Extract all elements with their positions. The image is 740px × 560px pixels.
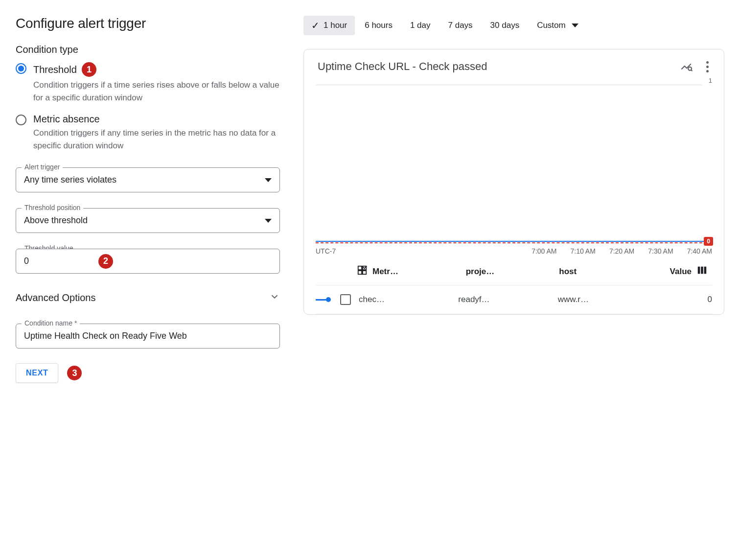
threshold-value-field[interactable]: Threshold value 2 (16, 249, 280, 274)
x-tick: 7:10 AM (571, 247, 596, 255)
svg-line-1 (691, 70, 692, 71)
threshold-position-legend: Threshold position (22, 204, 83, 211)
more-vert-icon[interactable] (702, 61, 712, 72)
chart-card: Uptime Check URL - Check passed 1 0 U (303, 49, 724, 315)
time-range-1hour[interactable]: ✓1 hour (303, 16, 355, 35)
y-axis-tick-top: 1 (709, 77, 712, 84)
time-range-1day[interactable]: 1 day (402, 16, 439, 35)
group-by-icon[interactable] (357, 265, 368, 278)
radio-threshold-label: Threshold (33, 64, 77, 75)
advanced-options-toggle[interactable]: Advanced Options (16, 291, 280, 304)
legend-data-row[interactable]: chec… readyf… www.r… 0 (316, 285, 712, 314)
time-range-bar: ✓1 hour 6 hours 1 day 7 days 30 days Cus… (303, 16, 724, 35)
timezone-label: UTC-7 (316, 247, 336, 255)
page-title: Configure alert trigger (16, 16, 280, 31)
threshold-value-input[interactable] (24, 256, 272, 266)
threshold-position-field[interactable]: Threshold position Above threshold (16, 208, 280, 233)
time-range-custom[interactable]: Custom (529, 16, 586, 35)
legend-col-host[interactable]: host (559, 267, 652, 277)
gridline-top (316, 85, 702, 85)
radio-metric-absence[interactable]: Metric absence Condition triggers if any… (16, 114, 280, 152)
metrics-explorer-icon[interactable] (680, 60, 693, 73)
threshold-dashed-line (316, 242, 712, 243)
legend-col-project[interactable]: proje… (466, 267, 559, 277)
columns-icon[interactable] (696, 265, 707, 278)
caret-down-icon (265, 178, 272, 182)
x-tick: 7:00 AM (532, 247, 556, 255)
next-button[interactable]: NEXT (16, 363, 58, 383)
radio-threshold[interactable]: Threshold 1 Condition triggers if a time… (16, 62, 280, 104)
caret-down-icon (572, 23, 578, 27)
x-tick: 7:30 AM (648, 247, 673, 255)
svg-rect-7 (701, 267, 703, 274)
step-badge-2: 2 (98, 254, 113, 269)
series-marker-icon (316, 297, 340, 302)
condition-type-heading: Condition type (16, 44, 280, 55)
x-tick: 7:20 AM (609, 247, 634, 255)
time-range-30days[interactable]: 30 days (483, 16, 528, 35)
radio-absence-label: Metric absence (33, 114, 100, 125)
svg-point-0 (688, 67, 692, 70)
radio-absence-input[interactable] (16, 115, 26, 125)
caret-down-icon (265, 219, 272, 223)
radio-threshold-desc: Condition triggers if a time series rise… (33, 79, 280, 104)
alert-trigger-legend: Alert trigger (22, 163, 63, 171)
svg-rect-4 (358, 271, 362, 274)
time-range-6hours[interactable]: 6 hours (357, 16, 400, 35)
svg-rect-5 (363, 271, 366, 274)
check-icon: ✓ (311, 20, 320, 31)
legend-metric-cell: chec… (359, 295, 458, 304)
condition-name-field[interactable]: Condition name * (16, 324, 280, 349)
chart-series-line (316, 241, 712, 242)
legend-header-row: Metr… proje… host Value (316, 258, 712, 285)
chart-value-badge: 0 (704, 237, 713, 246)
step-badge-1: 1 (82, 62, 96, 77)
svg-rect-6 (698, 267, 700, 274)
x-tick: 7:40 AM (687, 247, 712, 255)
alert-trigger-field[interactable]: Alert trigger Any time series violates (16, 167, 280, 192)
step-badge-3: 3 (67, 366, 82, 380)
radio-absence-desc: Condition triggers if any time series in… (33, 127, 280, 152)
svg-rect-2 (358, 266, 362, 270)
legend-col-metric[interactable]: Metr… (372, 267, 466, 277)
legend-value-cell: 0 (657, 295, 712, 304)
chevron-down-icon (269, 291, 280, 304)
alert-trigger-value: Any time series violates (24, 175, 116, 185)
condition-name-legend: Condition name * (22, 319, 80, 327)
legend-col-value[interactable]: Value (652, 267, 692, 277)
threshold-position-value: Above threshold (24, 215, 88, 226)
svg-rect-8 (704, 267, 707, 274)
legend-checkbox[interactable] (340, 294, 351, 305)
legend-host-cell: www.r… (558, 295, 657, 304)
radio-threshold-input[interactable] (16, 63, 26, 74)
time-range-7days[interactable]: 7 days (440, 16, 481, 35)
legend-project-cell: readyf… (458, 295, 557, 304)
advanced-options-title: Advanced Options (16, 292, 95, 303)
condition-name-input[interactable] (24, 331, 272, 341)
chart-plot-area[interactable]: 1 0 UTC-7 7:00 AM 7:10 AM 7:20 AM (316, 77, 712, 258)
chart-title: Uptime Check URL - Check passed (316, 60, 674, 73)
